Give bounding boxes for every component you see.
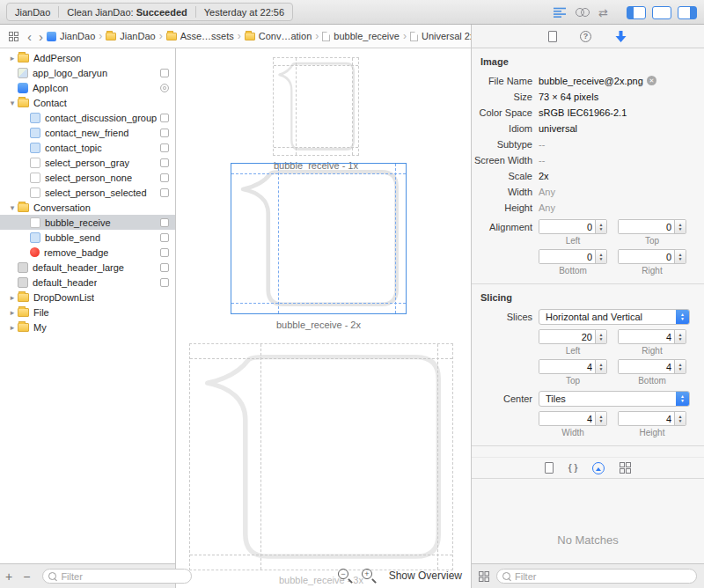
alignment-left-input[interactable]: [539, 220, 595, 233]
sidebar-item-dropdownlist-folder[interactable]: ▸ DropDownList: [0, 290, 175, 305]
asset-state-indicator[interactable]: [160, 188, 169, 197]
asset-well-1x[interactable]: [273, 57, 359, 156]
remove-file-icon[interactable]: ✕: [647, 76, 656, 85]
sidebar-item-conversation-folder[interactable]: ▾ Conversation: [0, 200, 175, 215]
stepper-control[interactable]: ▲▼: [595, 220, 606, 233]
sidebar-item-bubble-send[interactable]: bubble_send: [0, 230, 175, 245]
slicing-guide-bottom[interactable]: [231, 303, 406, 304]
add-button[interactable]: +: [0, 570, 18, 583]
assistant-editor-icon[interactable]: [576, 8, 590, 18]
sidebar-item-contact-new-friend[interactable]: contact_new_friend: [0, 125, 175, 140]
asset-state-indicator[interactable]: [160, 263, 169, 272]
sidebar-item-select-person-gray[interactable]: select_person_gray: [0, 155, 175, 170]
asset-state-indicator[interactable]: [160, 218, 169, 227]
breadcrumb-item-conversation[interactable]: Conv…ation: [245, 31, 312, 41]
sidebar-item-contact-topic[interactable]: contact_topic: [0, 140, 175, 155]
sidebar-item-contact-folder[interactable]: ▾ Contact: [0, 95, 175, 110]
sidebar-item-default-header-large[interactable]: default_header_large: [0, 260, 175, 275]
library-tab-code-snippets-icon[interactable]: { }: [568, 463, 578, 473]
asset-state-indicator[interactable]: [160, 158, 169, 167]
slicing-guide-left[interactable]: [278, 164, 279, 313]
library-filter-field[interactable]: [496, 569, 697, 584]
sidebar-item-my-folder[interactable]: ▸ My: [0, 320, 175, 334]
filter-input[interactable]: [61, 571, 186, 582]
alignment-right-input[interactable]: [619, 250, 674, 263]
stepper-control[interactable]: ▲▼: [595, 412, 606, 425]
file-inspector-tab-icon[interactable]: [548, 31, 557, 42]
breadcrumb-item-slot[interactable]: Universal 2x: [410, 31, 471, 41]
asset-state-indicator[interactable]: [160, 114, 169, 122]
sidebar-item-contact-discussion-group[interactable]: contact_discussion_group: [0, 110, 175, 125]
attributes-inspector-tab-icon[interactable]: [614, 30, 627, 43]
asset-well-3x[interactable]: [189, 343, 453, 570]
library-tab-media-icon[interactable]: [592, 462, 605, 474]
disclosure-triangle-icon[interactable]: ▸: [7, 308, 18, 317]
remove-button[interactable]: −: [18, 570, 35, 583]
slice-right-input[interactable]: [619, 330, 674, 343]
quick-help-tab-icon[interactable]: ?: [580, 31, 591, 42]
library-tab-file-templates-icon[interactable]: [545, 462, 554, 474]
toggle-debug-area-button[interactable]: [652, 6, 671, 19]
stepper-control[interactable]: ▲▼: [674, 220, 686, 233]
stepper-control[interactable]: ▲▼: [595, 360, 606, 373]
zoom-out-button[interactable]: −: [337, 568, 353, 584]
breadcrumb-item-group[interactable]: JianDao: [106, 31, 155, 41]
asset-state-indicator[interactable]: [160, 233, 169, 242]
disclosure-triangle-icon[interactable]: ▸: [7, 293, 18, 302]
sidebar-item-default-header[interactable]: default_header: [0, 275, 175, 290]
sidebar-item-appicon[interactable]: AppIcon: [0, 80, 175, 95]
slice-left-input[interactable]: [539, 330, 595, 343]
asset-state-indicator[interactable]: [160, 173, 169, 182]
slicing-guide-right[interactable]: [395, 164, 396, 313]
alignment-bottom-input[interactable]: [539, 250, 595, 263]
sidebar-item-select-person-none[interactable]: select_person_none: [0, 170, 175, 185]
back-button[interactable]: ‹: [24, 30, 35, 43]
disclosure-triangle-icon[interactable]: ▾: [7, 99, 18, 107]
standard-editor-icon[interactable]: [554, 7, 567, 18]
sidebar-item-app-logo-daryun[interactable]: app_logo_daryun: [0, 65, 175, 80]
library-view-grid-icon[interactable]: [479, 571, 489, 582]
stepper-control[interactable]: ▲▼: [595, 330, 606, 343]
show-overview-button[interactable]: Show Overview: [389, 570, 462, 582]
center-height-input[interactable]: [619, 412, 674, 425]
sidebar-item-select-person-selected[interactable]: select_person_selected: [0, 185, 175, 200]
disclosure-triangle-icon[interactable]: ▸: [7, 323, 18, 332]
zoom-in-button[interactable]: +: [361, 568, 377, 584]
asset-state-indicator[interactable]: [160, 69, 169, 77]
breadcrumb-item-asset[interactable]: bubble_receive: [322, 31, 400, 41]
asset-state-indicator[interactable]: [160, 129, 169, 137]
sidebar-item-file-folder[interactable]: ▸ File: [0, 305, 175, 320]
asset-well-2x-selected[interactable]: [231, 163, 407, 314]
stepper-control[interactable]: ▲▼: [674, 330, 686, 343]
asset-state-indicator[interactable]: [160, 84, 169, 92]
disclosure-triangle-icon[interactable]: ▸: [7, 54, 18, 62]
library-tab-objects-icon[interactable]: [620, 462, 631, 474]
toggle-navigator-button[interactable]: [627, 6, 646, 19]
center-dropdown[interactable]: Tiles ▲▼: [539, 391, 690, 407]
sidebar-item-remove-badge[interactable]: remove_badge: [0, 245, 175, 260]
asset-state-indicator[interactable]: [160, 248, 169, 257]
stepper-control[interactable]: ▲▼: [674, 360, 686, 373]
sidebar-item-addperson[interactable]: ▸ AddPerson: [0, 50, 175, 65]
alignment-top-input[interactable]: [619, 220, 674, 233]
toggle-utilities-button[interactable]: [678, 6, 697, 19]
asset-state-indicator[interactable]: [160, 143, 169, 152]
stepper-control[interactable]: ▲▼: [674, 250, 686, 263]
filter-input[interactable]: [515, 571, 691, 582]
stepper-control[interactable]: ▲▼: [595, 250, 606, 263]
asset-state-indicator[interactable]: [160, 278, 169, 287]
version-editor-icon[interactable]: ⇄: [598, 7, 608, 18]
related-items-icon[interactable]: [9, 32, 18, 41]
forward-button[interactable]: ›: [35, 30, 47, 43]
slices-dropdown[interactable]: Horizontal and Vertical ▲▼: [539, 309, 690, 325]
center-width-input[interactable]: [539, 412, 595, 425]
navigator-filter-field[interactable]: [42, 569, 192, 584]
sidebar-item-bubble-receive[interactable]: bubble_receive: [0, 215, 175, 230]
slice-bottom-input[interactable]: [619, 360, 674, 373]
breadcrumb-item-project[interactable]: JianDao: [47, 31, 95, 41]
slicing-guide-top[interactable]: [231, 173, 406, 174]
stepper-control[interactable]: ▲▼: [674, 412, 686, 425]
slice-top-input[interactable]: [539, 360, 595, 373]
disclosure-triangle-icon[interactable]: ▾: [7, 203, 18, 212]
breadcrumb-item-assets[interactable]: Asse…ssets: [166, 31, 234, 41]
